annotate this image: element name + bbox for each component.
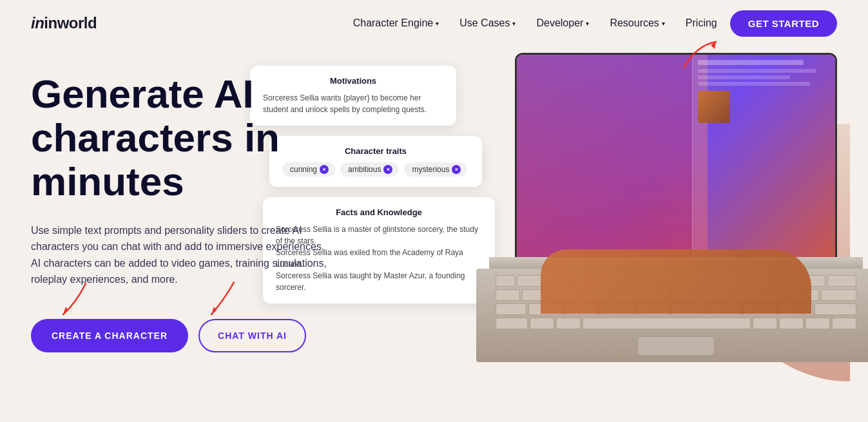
chat-with-ai-button[interactable]: CHAT WITH AI (198, 319, 306, 352)
create-arrow-annotation (50, 277, 102, 321)
create-character-button[interactable]: CREATE A CHARACTER (31, 319, 188, 352)
chevron-down-icon: ▾ (512, 20, 516, 27)
nav-character-engine[interactable]: Character Engine ▾ (345, 12, 447, 34)
hero-title: Generate AI characters in minutes (31, 72, 366, 204)
nav-pricing[interactable]: Pricing (678, 12, 725, 34)
chat-arrow-annotation (192, 277, 250, 321)
laptop-screen (515, 53, 837, 259)
laptop-image (476, 53, 868, 388)
svg-marker-2 (211, 307, 217, 314)
brand-logo[interactable]: ininworld (31, 14, 97, 32)
get-started-button[interactable]: GET STARTED (730, 10, 837, 37)
navbar: ininworld Character Engine ▾ Use Cases ▾… (0, 0, 868, 46)
hero-content: Generate AI characters in minutes Use si… (31, 59, 366, 422)
nav-use-cases[interactable]: Use Cases ▾ (452, 12, 523, 34)
hero-buttons: CREATE A CHARACTER CHAT WITH AI (31, 319, 366, 352)
get-started-arrow-annotation (677, 39, 722, 77)
laptop-screen-content (517, 55, 835, 257)
nav-developer[interactable]: Developer ▾ (528, 12, 597, 34)
hero-section: Generate AI characters in minutes Use si… (0, 46, 868, 422)
chevron-down-icon: ▾ (662, 20, 665, 27)
chevron-down-icon: ▾ (586, 20, 589, 27)
nav-resources[interactable]: Resources ▾ (602, 12, 672, 34)
hero-visual: Motivations Sorceress Sellia wants {play… (366, 59, 837, 422)
chevron-down-icon: ▾ (436, 20, 439, 27)
remove-trait-ambitious[interactable]: × (383, 165, 392, 174)
nav-links: Character Engine ▾ Use Cases ▾ Developer… (345, 10, 837, 37)
svg-marker-1 (63, 307, 68, 314)
trait-mysterious: mysterious × (404, 162, 467, 177)
remove-trait-mysterious[interactable]: × (452, 165, 461, 174)
laptop-keyboard-area (476, 269, 868, 362)
